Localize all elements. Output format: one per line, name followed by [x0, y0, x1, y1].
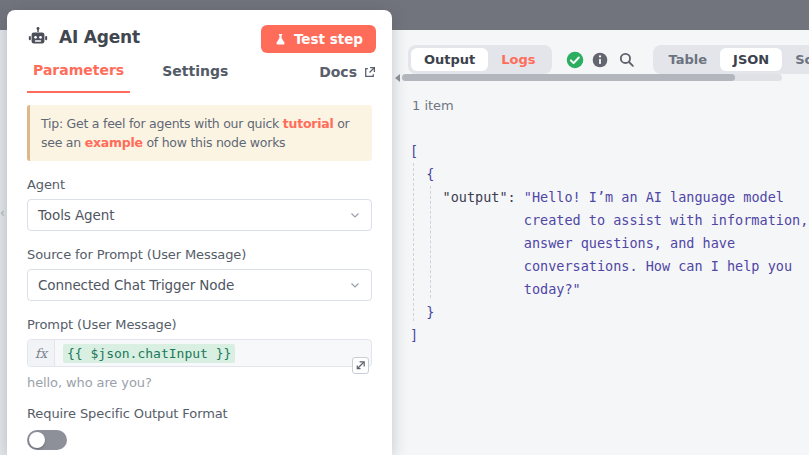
json-line: "output": "Hello! I’m an AI language mod… — [410, 186, 809, 209]
tutorial-link[interactable]: tutorial — [283, 116, 334, 131]
horizontal-scrollbar[interactable] — [402, 74, 782, 81]
tab-output[interactable]: Output — [411, 48, 488, 71]
prompt-expression-value: {{ $json.chatInput }} — [63, 344, 235, 363]
json-line: today?" — [410, 278, 809, 301]
json-line: { — [410, 163, 809, 186]
tab-json[interactable]: JSON — [720, 48, 782, 71]
run-tab-group: Output Logs — [408, 45, 552, 74]
info-icon[interactable] — [592, 52, 608, 68]
tab-schema[interactable]: Schema — [782, 48, 809, 71]
prompt-source-field: Source for Prompt (User Message) Connect… — [27, 247, 372, 301]
prompt-source-label: Source for Prompt (User Message) — [27, 247, 372, 262]
output-format-label: Require Specific Output Format — [27, 406, 372, 421]
test-step-label: Test step — [294, 31, 363, 47]
agent-field: Agent Tools Agent — [27, 177, 372, 231]
json-line: answer questions, and have — [410, 232, 809, 255]
output-controls: Output Logs Table JSON Schema — [408, 45, 809, 74]
flask-icon — [274, 33, 287, 46]
json-output-view: [ { "output": "Hello! I’m an AI language… — [410, 140, 809, 347]
tip-text: Tip: Get a feel for agents with our quic… — [41, 116, 283, 131]
expand-expression-button[interactable] — [352, 357, 369, 374]
json-line: } — [410, 301, 809, 324]
indent-guide — [413, 163, 414, 321]
docs-label: Docs — [319, 64, 357, 80]
output-panel: Output Logs Table JSON Schema — [392, 30, 809, 455]
output-format-toggle[interactable] — [27, 430, 67, 450]
prompt-field: Prompt (User Message) fx {{ $json.chatIn… — [27, 317, 372, 390]
prompt-label: Prompt (User Message) — [27, 317, 372, 332]
indent-guide — [430, 186, 431, 298]
example-link[interactable]: example — [85, 135, 143, 150]
tab-table[interactable]: Table — [656, 48, 721, 71]
agent-select-value: Tools Agent — [38, 207, 114, 223]
expand-icon — [355, 360, 366, 371]
agent-select[interactable]: Tools Agent — [27, 199, 372, 231]
fx-badge: fx — [28, 340, 55, 366]
json-line: conversations. How can I help you — [410, 255, 809, 278]
tip-text: of how this node works — [143, 135, 286, 150]
tab-logs[interactable]: Logs — [488, 48, 548, 71]
external-link-icon — [363, 66, 376, 79]
input-panel-edge: ‹ — [0, 30, 7, 455]
items-count: 1 item — [412, 98, 454, 113]
chevron-down-icon — [349, 209, 361, 221]
prompt-source-select-value: Connected Chat Trigger Node — [38, 277, 234, 293]
tip-callout: Tip: Get a feel for agents with our quic… — [27, 105, 372, 161]
view-tab-group: Table JSON Schema — [653, 45, 809, 74]
agent-label: Agent — [27, 177, 372, 192]
robot-icon — [27, 26, 49, 48]
chevron-down-icon — [349, 279, 361, 291]
prompt-preview-text: hello, who are you? — [27, 375, 372, 390]
toggle-knob — [29, 432, 45, 448]
json-line: ] — [410, 324, 809, 347]
docs-link[interactable]: Docs — [319, 64, 376, 90]
node-settings-panel: AI Agent Test step Parameters Settings D… — [7, 10, 392, 455]
node-tabs: Parameters Settings Docs — [7, 48, 392, 92]
collapse-left-chevron-icon[interactable]: ‹ — [0, 206, 5, 220]
tab-parameters[interactable]: Parameters — [27, 62, 130, 93]
node-title: AI Agent — [59, 27, 140, 47]
prompt-source-select[interactable]: Connected Chat Trigger Node — [27, 269, 372, 301]
tab-settings[interactable]: Settings — [156, 63, 234, 92]
success-status-icon — [566, 51, 584, 69]
json-line: created to assist with information, — [410, 209, 809, 232]
scroll-left-arrow-icon[interactable] — [395, 74, 400, 82]
json-line: [ — [410, 140, 809, 163]
output-format-field: Require Specific Output Format — [27, 406, 372, 450]
scrollbar-handle[interactable] — [402, 74, 735, 81]
node-header: AI Agent Test step — [7, 10, 392, 48]
prompt-expression-input[interactable]: fx {{ $json.chatInput }} — [27, 339, 372, 367]
search-icon[interactable] — [618, 51, 635, 68]
